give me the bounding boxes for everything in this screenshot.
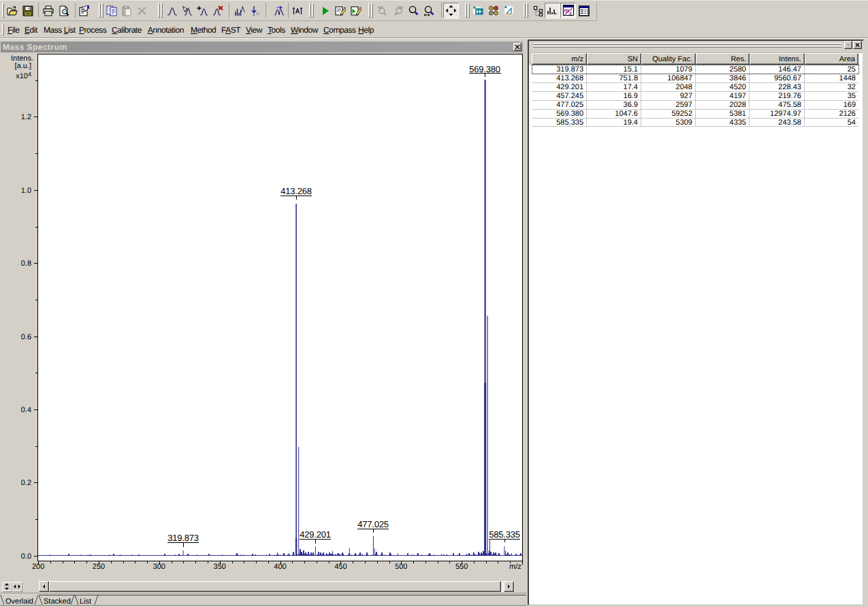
svg-text:Overlaid: Overlaid xyxy=(5,597,33,606)
svg-text:Stacked: Stacked xyxy=(44,597,71,606)
svg-text:List: List xyxy=(80,597,91,606)
